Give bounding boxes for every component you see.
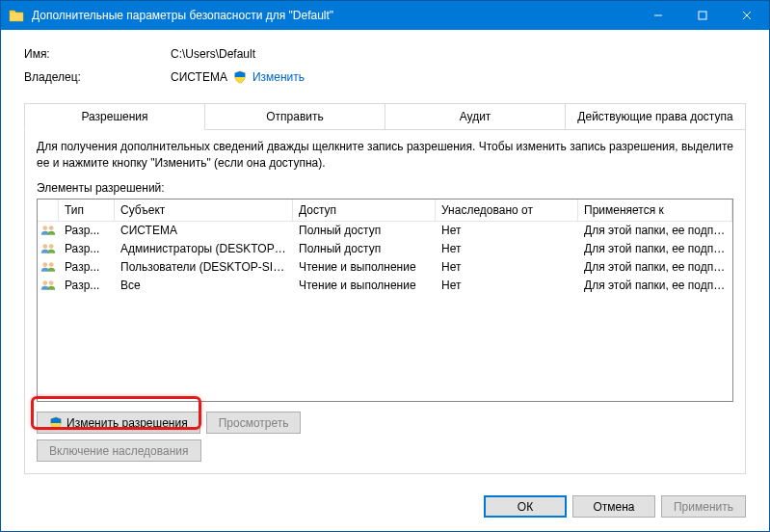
owner-label: Владелец: (24, 70, 171, 84)
enable-inheritance-button: Включение наследования (37, 439, 201, 462)
table-row[interactable]: Разр...ВсеЧтение и выполнениеНетДля этой… (38, 277, 732, 295)
minimize-button[interactable] (636, 1, 680, 30)
close-button[interactable] (725, 1, 769, 30)
titlebar: Дополнительные параметры безопасности дл… (1, 1, 769, 30)
change-owner-link[interactable]: Изменить (252, 70, 305, 84)
maximize-button[interactable] (680, 1, 725, 30)
people-icon (40, 260, 56, 274)
apply-button: Применить (661, 495, 746, 518)
window: Дополнительные параметры безопасности дл… (0, 0, 770, 532)
tab-effective[interactable]: Действующие права доступа (566, 103, 746, 130)
tab-content: Для получения дополнительных сведений дв… (24, 129, 746, 474)
shield-icon (233, 70, 247, 84)
folder-icon (9, 8, 24, 23)
window-title: Дополнительные параметры безопасности дл… (32, 9, 636, 22)
people-icon (40, 242, 56, 255)
shield-icon (49, 416, 63, 430)
owner-value: СИСТЕМА (171, 70, 227, 84)
permissions-table[interactable]: Тип Субъект Доступ Унаследовано от Приме… (37, 199, 733, 402)
col-applies[interactable]: Применяется к (578, 200, 732, 221)
dialog-buttons: ОК Отмена Применить (1, 486, 769, 531)
svg-rect-3 (699, 12, 706, 19)
list-label: Элементы разрешений: (37, 181, 733, 195)
name-value: C:\Users\Default (171, 47, 255, 61)
table-header: Тип Субъект Доступ Унаследовано от Приме… (38, 200, 732, 222)
col-inherited[interactable]: Унаследовано от (436, 200, 578, 221)
col-type[interactable]: Тип (59, 200, 115, 221)
people-icon (40, 279, 56, 292)
tab-share[interactable]: Отправить (205, 103, 385, 130)
ok-button[interactable]: ОК (484, 495, 567, 518)
people-icon (40, 224, 56, 237)
col-subject[interactable]: Субъект (115, 200, 293, 221)
col-access[interactable]: Доступ (293, 200, 436, 221)
help-text: Для получения дополнительных сведений дв… (37, 139, 733, 172)
table-row[interactable]: Разр...Пользователи (DESKTOP-SI4...Чтени… (38, 258, 732, 277)
tab-permissions[interactable]: Разрешения (24, 103, 205, 130)
cancel-button[interactable]: Отмена (572, 495, 655, 518)
table-row[interactable]: Разр...Администраторы (DESKTOP-...Полный… (38, 240, 732, 258)
view-button: Просмотреть (206, 412, 302, 434)
tab-audit[interactable]: Аудит (385, 103, 566, 130)
table-row[interactable]: Разр...СИСТЕМАПолный доступНетДля этой п… (38, 222, 732, 240)
change-permissions-button[interactable]: Изменить разрешения (37, 412, 200, 434)
tabs: Разрешения Отправить Аудит Действующие п… (24, 103, 746, 130)
content-area: Имя: C:\Users\Default Владелец: СИСТЕМА … (1, 30, 769, 486)
name-label: Имя: (24, 47, 171, 61)
